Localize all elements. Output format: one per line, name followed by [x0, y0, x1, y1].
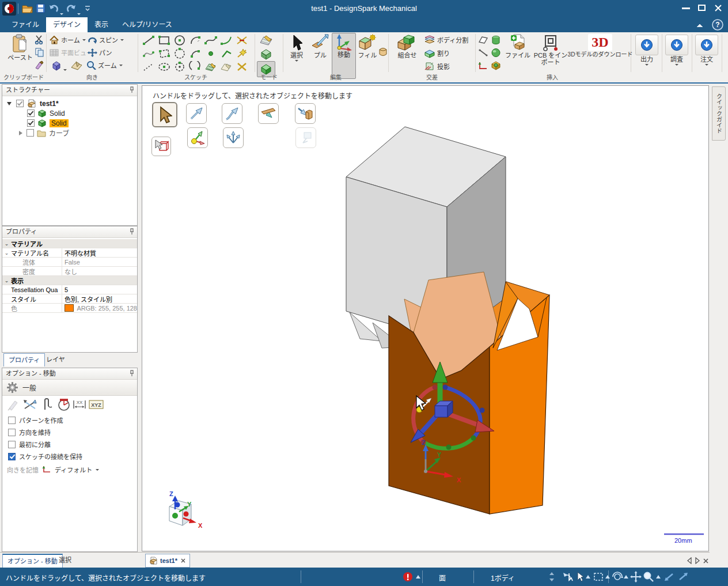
status-filter[interactable]: 面: [439, 573, 446, 583]
plan-view-button[interactable]: 平面ビュー: [50, 48, 93, 57]
tab-file[interactable]: ファイル: [5, 17, 46, 32]
zoom-expand-icon[interactable]: [655, 574, 661, 579]
download-3d-model-button[interactable]: 3D 3Dモデルのダウンロード: [570, 33, 630, 78]
zoom-selection-icon[interactable]: [677, 572, 689, 582]
sketch-split-icon[interactable]: [235, 48, 249, 59]
sketch-spline-icon[interactable]: [204, 35, 218, 46]
insert-cylinder-icon[interactable]: [491, 35, 501, 45]
minimize-button[interactable]: [682, 7, 690, 9]
help-icon[interactable]: ?: [712, 19, 723, 31]
pull-tool-button[interactable]: プル: [309, 33, 332, 78]
root-visibility-checkbox[interactable]: [16, 100, 24, 107]
sketch-spline-edit-icon[interactable]: [142, 48, 156, 59]
investigate-button[interactable]: 調査: [663, 34, 690, 80]
color-row[interactable]: 色 ARGB: 255, 255, 128: [2, 304, 137, 313]
project-button[interactable]: 投影: [424, 61, 450, 71]
tree-row-curves[interactable]: カーブ: [19, 128, 69, 138]
option-free-move-icon[interactable]: [23, 399, 37, 411]
sketch-rectangle-icon[interactable]: [157, 35, 171, 46]
marquee-select-icon[interactable]: [593, 572, 604, 581]
material-section-row[interactable]: ⌄マテリアル: [2, 239, 137, 248]
material-name-row[interactable]: ⌄マテリアル名 不明な材質: [2, 248, 137, 258]
sketch-arc-center-icon[interactable]: [188, 35, 202, 46]
option-dimension-icon[interactable]: XX: [73, 399, 86, 410]
option-measure-icon[interactable]: [41, 398, 55, 411]
check-keep-sketch-connection[interactable]: スケッチの接続を保持: [8, 452, 82, 461]
tree-row-solid-2-selected[interactable]: Solid: [27, 118, 69, 128]
zoom-icon[interactable]: [643, 571, 654, 583]
scene-3d[interactable]: Z Y X Z Y X 20mm: [142, 86, 708, 551]
orbit-icon[interactable]: [612, 571, 623, 583]
select-tool-button[interactable]: 選択: [285, 33, 309, 78]
orbit-expand-icon[interactable]: [623, 574, 629, 579]
split-face-button[interactable]: 割り: [424, 48, 450, 58]
error-badge-icon[interactable]: [403, 572, 412, 581]
spin-button[interactable]: スピン: [88, 35, 124, 44]
fill-tool-button[interactable]: フィル: [356, 33, 379, 78]
option-protractor-icon[interactable]: [58, 398, 70, 411]
tab-close-icon[interactable]: [703, 558, 709, 564]
order-button[interactable]: 注文: [693, 34, 720, 80]
section-mode-button[interactable]: [259, 48, 273, 60]
selection-spinner[interactable]: [548, 571, 555, 583]
tab-properties[interactable]: プロパティ: [3, 353, 45, 366]
pin-icon[interactable]: [129, 370, 135, 377]
pan-button[interactable]: パン: [88, 48, 112, 57]
home-view-button[interactable]: ホーム: [50, 35, 86, 44]
check-detach-first[interactable]: 最初に分離: [8, 440, 51, 449]
quick-guide-tab[interactable]: クイックガイド: [712, 86, 726, 141]
combine-button[interactable]: 組合せ: [392, 33, 423, 78]
ribbon-collapse-icon[interactable]: [696, 23, 704, 28]
option-precise-move-icon[interactable]: [7, 399, 20, 411]
tab-design[interactable]: デザイン: [46, 17, 88, 32]
fluid-row[interactable]: 流体 False: [2, 258, 137, 267]
sketch-tangent-arc-icon[interactable]: [219, 35, 233, 46]
view-cube-button[interactable]: [51, 61, 62, 71]
checkbox[interactable]: [8, 429, 16, 436]
select-mode-expand-icon[interactable]: [585, 574, 591, 579]
expand-icon[interactable]: [7, 102, 12, 105]
doc-tab-test1[interactable]: test1*: [145, 554, 190, 568]
sketch-arc-3pt-icon[interactable]: [188, 48, 202, 59]
orientation-default-dropdown[interactable]: ディフォルト: [55, 465, 92, 474]
zoom-extents-icon[interactable]: [663, 572, 675, 582]
output-button[interactable]: 出力: [634, 34, 660, 80]
pan-icon[interactable]: [630, 571, 642, 583]
tab-display[interactable]: 表示: [88, 17, 115, 32]
blend-tool-icon[interactable]: [378, 46, 388, 58]
insert-sphere-icon[interactable]: [491, 48, 501, 58]
marquee-expand-icon[interactable]: [605, 574, 611, 579]
checkbox-checked[interactable]: [8, 453, 16, 460]
sketch-ellipse-icon[interactable]: [157, 61, 171, 73]
display-section-row[interactable]: ⌄表示: [2, 276, 137, 285]
format-brush-icon[interactable]: [35, 61, 45, 70]
view-cube[interactable]: Z Y X: [169, 490, 203, 529]
density-row[interactable]: 密度 なし: [2, 267, 137, 276]
select-mode-icon[interactable]: [576, 571, 584, 583]
cut-icon[interactable]: [35, 35, 45, 44]
copy-icon[interactable]: [35, 48, 45, 57]
gizmo-center[interactable]: [435, 406, 448, 417]
sketch-sweep-arc-icon[interactable]: [188, 61, 202, 73]
checkbox[interactable]: [8, 417, 16, 424]
tab-scroll-left-icon[interactable]: [687, 557, 692, 564]
color-swatch[interactable]: [65, 304, 74, 312]
import-pcb-button[interactable]: PCB をインポート: [532, 33, 569, 78]
collapse-icon[interactable]: [19, 131, 22, 135]
style-row[interactable]: スタイル 色別, スタイル別: [2, 294, 137, 304]
sketch-corner-icon[interactable]: [219, 48, 233, 59]
insert-axis-icon[interactable]: [478, 61, 488, 70]
options-general-header[interactable]: 一般: [2, 380, 137, 396]
sketch-line-icon[interactable]: [142, 35, 156, 46]
check-keep-orientation[interactable]: 方向を維持: [8, 428, 51, 437]
tab-layers[interactable]: レイヤ: [41, 353, 70, 366]
sketch-rect-3pt-icon[interactable]: [157, 48, 171, 59]
undo-selection-icon[interactable]: [561, 571, 574, 583]
pin-icon[interactable]: [129, 86, 135, 93]
sketch-mode-button[interactable]: [259, 35, 273, 46]
check-create-pattern[interactable]: パターンを作成: [8, 415, 63, 425]
insert-line-icon[interactable]: [478, 48, 488, 57]
insert-file-button[interactable]: ファイル: [505, 33, 531, 78]
tree-row-root[interactable]: test1*: [7, 99, 59, 108]
close-button[interactable]: [714, 4, 722, 12]
